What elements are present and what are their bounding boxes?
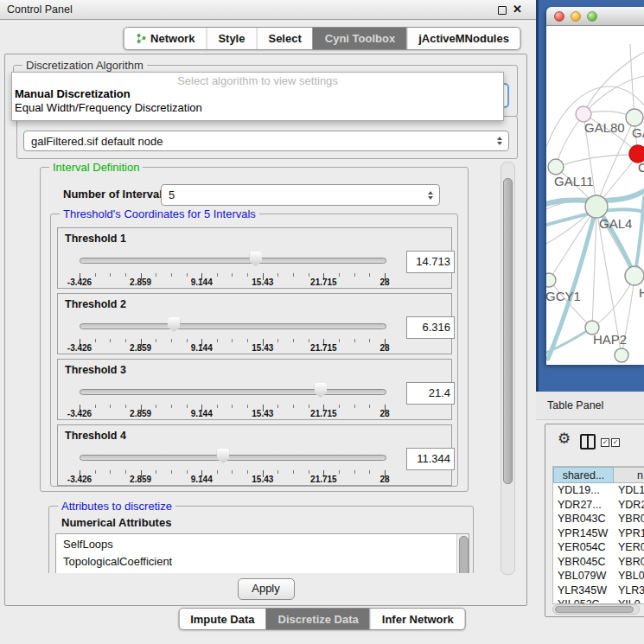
scrollbar-thumb[interactable] bbox=[459, 536, 469, 573]
node-top-right[interactable] bbox=[626, 109, 643, 126]
scrollbar-thumb[interactable] bbox=[503, 178, 513, 484]
cell-name[interactable]: YBR0 bbox=[614, 512, 644, 526]
tab-cyni-toolbox[interactable]: Cyni Toolbox bbox=[313, 28, 406, 49]
table-row[interactable]: YLR345WYLR3 bbox=[553, 583, 644, 598]
algorithm-dropdown-popup: Select algorithm to view settings Manual… bbox=[11, 72, 504, 121]
list-scrollbar[interactable] bbox=[456, 534, 469, 573]
table-row[interactable]: YBR045CYBR0 bbox=[553, 555, 644, 570]
network-canvas[interactable]: GAL80 GA C GAL11 GAL4 GCY1 H HAP2 bbox=[546, 26, 644, 365]
threshold-4-value-field[interactable]: 11.344 bbox=[406, 448, 455, 470]
checkbox-icon[interactable]: ✓ bbox=[601, 438, 609, 447]
tab-network[interactable]: Network bbox=[124, 28, 206, 49]
network-icon bbox=[135, 33, 146, 44]
cell-name[interactable]: YPR1 bbox=[614, 526, 644, 541]
tick-label: 21.715 bbox=[310, 277, 337, 287]
slider-thumb[interactable] bbox=[249, 252, 262, 266]
attribute-list-item[interactable]: TopologicalCoefficient bbox=[56, 553, 469, 571]
cell-name[interactable]: YLR3 bbox=[614, 583, 644, 598]
node-gcy1[interactable] bbox=[546, 273, 556, 287]
table-row[interactable]: YBL079WYBL0 bbox=[553, 569, 644, 583]
cell-shared-name[interactable]: YDL19... bbox=[553, 483, 614, 498]
numerical-attributes-list[interactable]: SelfLoopsTopologicalCoefficientBetweenne… bbox=[55, 533, 469, 573]
close-traffic-light-icon[interactable] bbox=[554, 11, 564, 22]
table-row[interactable]: YPR145WYPR1 bbox=[553, 526, 644, 541]
cell-shared-name[interactable]: YBL079W bbox=[553, 569, 614, 583]
column-header-shared-name[interactable]: shared... bbox=[553, 467, 614, 483]
table-row[interactable]: YDR27...YDR2 bbox=[553, 498, 644, 513]
gear-icon[interactable]: ⚙ bbox=[558, 431, 571, 446]
node-label: GAL4 bbox=[599, 216, 632, 231]
tab-label: Infer Network bbox=[382, 613, 454, 626]
table-row[interactable]: YBR043CYBR0 bbox=[553, 512, 644, 526]
table-panel-titlebar: Table Panel bbox=[536, 392, 644, 420]
tick-label: 15.43 bbox=[252, 277, 273, 287]
network-window-titlebar[interactable] bbox=[546, 7, 644, 26]
slider-thumb[interactable] bbox=[216, 449, 229, 463]
node-gal4[interactable] bbox=[585, 195, 608, 218]
node-label: GA bbox=[632, 125, 644, 140]
slider-track[interactable] bbox=[80, 389, 386, 395]
popup-option-manual-discretization[interactable]: Manual Discretization bbox=[12, 87, 503, 101]
cell-shared-name[interactable]: YBR043C bbox=[553, 512, 614, 526]
apply-button[interactable]: Apply bbox=[238, 578, 295, 600]
threshold-3-slider[interactable] bbox=[80, 382, 385, 401]
close-icon[interactable]: ✕ bbox=[513, 3, 522, 16]
tick-label: 9.144 bbox=[191, 277, 213, 287]
cell-name[interactable]: YBL0 bbox=[614, 569, 644, 583]
cell-shared-name[interactable]: YIL052C bbox=[553, 597, 614, 604]
cell-shared-name[interactable]: YPR145W bbox=[553, 526, 614, 541]
tab-style[interactable]: Style bbox=[206, 28, 256, 49]
cell-name[interactable]: YER0 bbox=[614, 540, 644, 555]
slider-track[interactable] bbox=[80, 323, 386, 329]
cell-name[interactable]: YBR0 bbox=[614, 555, 644, 570]
spinner-arrows-icon bbox=[428, 191, 433, 200]
threshold-1-slider[interactable] bbox=[80, 251, 385, 270]
threshold-3-value-field[interactable]: 21.4 bbox=[406, 382, 455, 405]
slider-track[interactable] bbox=[80, 258, 386, 264]
threshold-1-value-field[interactable]: 14.713 bbox=[406, 251, 455, 273]
threshold-2-slider[interactable] bbox=[80, 316, 385, 335]
attribute-list-item[interactable]: BetweennessCentrality bbox=[56, 571, 469, 573]
cell-shared-name[interactable]: YBR045C bbox=[553, 555, 614, 570]
cell-name[interactable]: YDR2 bbox=[614, 498, 644, 513]
zoom-traffic-light-icon[interactable] bbox=[587, 11, 597, 22]
threshold-2-value-field[interactable]: 6.316 bbox=[406, 316, 455, 339]
popup-option-equal-width-frequency[interactable]: Equal Width/Frequency Discretization bbox=[12, 101, 503, 115]
table-data-select[interactable]: galFiltered.sif default node bbox=[23, 131, 509, 151]
node-bottom[interactable] bbox=[615, 348, 628, 362]
node-right[interactable] bbox=[625, 266, 644, 285]
column-header-name[interactable]: n bbox=[614, 467, 644, 483]
checkbox-icon[interactable]: ✓ bbox=[611, 438, 620, 447]
node-label: HAP2 bbox=[593, 332, 627, 347]
number-of-intervals-select[interactable]: 5 bbox=[161, 184, 440, 206]
slider-thumb[interactable] bbox=[168, 317, 181, 332]
cell-shared-name[interactable]: YDR27... bbox=[553, 498, 614, 513]
table-row[interactable]: YER054CYER0 bbox=[553, 540, 644, 555]
table-row[interactable]: YDL19...YDL1 bbox=[553, 483, 644, 498]
cell-name[interactable]: YDL1 bbox=[614, 483, 644, 498]
tab-jactivemnodules[interactable]: jActiveMNodules bbox=[406, 28, 520, 49]
tab-label: Network bbox=[150, 32, 194, 45]
table-horizontal-scrollbar[interactable] bbox=[552, 604, 640, 615]
attribute-list-item[interactable]: SelfLoops bbox=[56, 536, 469, 553]
tab-label: Discretize Data bbox=[278, 613, 359, 626]
slider-thumb[interactable] bbox=[314, 383, 327, 398]
cell-shared-name[interactable]: YLR345W bbox=[553, 583, 614, 598]
settings-vertical-scrollbar[interactable] bbox=[501, 162, 515, 575]
tab-infer-network[interactable]: Infer Network bbox=[370, 609, 465, 629]
cell-shared-name[interactable]: YER054C bbox=[553, 540, 614, 555]
threshold-4-slider[interactable] bbox=[80, 448, 385, 467]
tab-select[interactable]: Select bbox=[256, 28, 312, 49]
columns-icon[interactable] bbox=[580, 434, 596, 450]
tab-impute-data[interactable]: Impute Data bbox=[179, 609, 265, 629]
table-data-value: galFiltered.sif default node bbox=[31, 135, 163, 148]
table-row[interactable]: YIL052CYIL0 bbox=[553, 597, 644, 604]
tab-label: Cyni Toolbox bbox=[325, 32, 395, 45]
minimize-traffic-light-icon[interactable] bbox=[571, 11, 581, 22]
float-window-icon[interactable] bbox=[498, 6, 507, 15]
tab-discretize-data[interactable]: Discretize Data bbox=[266, 609, 370, 629]
slider-track[interactable] bbox=[80, 455, 386, 461]
scrollbar-thumb[interactable] bbox=[555, 606, 634, 613]
node-gal11[interactable] bbox=[548, 159, 564, 175]
cell-name[interactable]: YIL0 bbox=[614, 597, 641, 604]
